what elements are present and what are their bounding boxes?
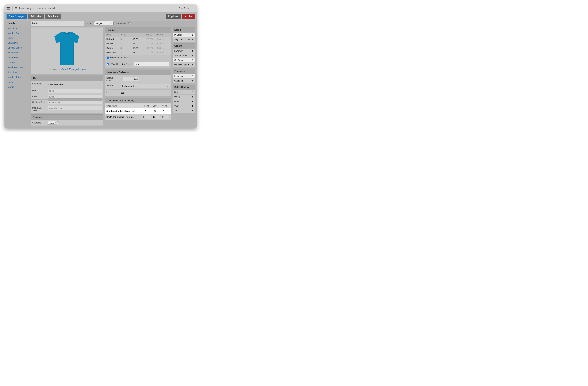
sidebar-item-special-orders[interactable]: Special Orders bbox=[6, 45, 29, 50]
id-key: EAN bbox=[31, 94, 47, 99]
topbar: Inventory › Items › t-shirt 3 of 3 ‹ › bbox=[4, 4, 197, 12]
pricing-row: Montreal$13.00160.0%61.5% bbox=[105, 50, 171, 55]
sidebar-item-inventory[interactable]: Inventory bbox=[6, 26, 29, 31]
pricing-row: Online$12.00140.0%58.3% bbox=[105, 46, 171, 50]
ids-panel: IDs System ID210000000002UPCEANCustom SK… bbox=[31, 76, 103, 113]
sidebar: DetailsInventoryVendor IDsSalesLayawaysS… bbox=[6, 21, 29, 126]
id-input-manufact-sku[interactable] bbox=[48, 106, 102, 110]
image-panel: 1 Images View & Manage Images bbox=[31, 27, 103, 74]
stat-row[interactable]: Week6 bbox=[173, 94, 195, 99]
stat-row[interactable]: On Order1 bbox=[173, 58, 195, 62]
sidebar-item-graphs[interactable]: Graphs bbox=[6, 60, 29, 65]
sidebar-item-vendor-ids[interactable]: Vendor IDs bbox=[6, 31, 29, 36]
inventory-defaults-panel: Inventory Defaults Default Cost $ Vendor… bbox=[105, 70, 171, 96]
taxable-checkbox[interactable] bbox=[107, 63, 109, 65]
orders-panel: Orders Layaway0Special Order0On Order1Pe… bbox=[173, 43, 195, 67]
breadcrumb-mid[interactable]: Items bbox=[36, 6, 43, 10]
vendor-id-label: ID bbox=[105, 89, 120, 96]
sidebar-item-customers[interactable]: Customers bbox=[6, 55, 29, 60]
save-button[interactable]: Save Changes bbox=[6, 14, 27, 19]
breadcrumb-current: t-shirt bbox=[47, 6, 55, 10]
sidebar-item-purchase-orders[interactable]: Purchase Orders bbox=[6, 65, 29, 70]
default-cost-currency: $ bbox=[121, 78, 122, 80]
action-bar: Save Changes Add Label Print Label Dupli… bbox=[4, 12, 197, 21]
duplicate-button[interactable]: Duplicate bbox=[166, 14, 181, 19]
pager-next-icon: › bbox=[191, 6, 195, 10]
stat-row[interactable]: In Stock-1 bbox=[173, 33, 195, 37]
col-need: Need bbox=[162, 105, 169, 107]
print-label-button[interactable]: Print Label bbox=[45, 14, 62, 19]
stat-row[interactable]: Layaway0 bbox=[173, 48, 195, 53]
col-level: Level bbox=[153, 105, 162, 107]
default-cost-input[interactable] bbox=[123, 77, 139, 81]
product-image bbox=[51, 31, 82, 66]
stat-row[interactable]: Day1 bbox=[173, 90, 195, 94]
manage-images-link[interactable]: View & Manage Images bbox=[61, 68, 86, 71]
stat-row[interactable]: All6 bbox=[173, 108, 195, 113]
type-select[interactable]: Single bbox=[94, 21, 113, 25]
sidebar-item-details[interactable]: Details bbox=[6, 21, 29, 26]
reorder-panel: Automatic Re-Ordering Shop Name Point Le… bbox=[105, 98, 171, 120]
id-input-custom-sku[interactable] bbox=[48, 101, 102, 104]
vendor-id-value: 1234 bbox=[121, 90, 170, 95]
col-margin: MARGIN bbox=[153, 34, 164, 36]
sidebar-item-history[interactable]: History bbox=[6, 80, 29, 85]
sidebar-item-merge[interactable]: Merge bbox=[6, 85, 29, 89]
discounts-checkbox[interactable] bbox=[107, 57, 109, 59]
discounts-label: Discounts Allowed bbox=[110, 56, 128, 59]
stock-title: Stock bbox=[173, 27, 195, 33]
hamburger-menu-icon[interactable] bbox=[6, 7, 10, 9]
stat-row[interactable]: Month6 bbox=[173, 99, 195, 104]
sidebar-item-workorders[interactable]: Workorders bbox=[6, 50, 29, 55]
category-label: Category bbox=[31, 120, 47, 126]
breadcrumb: Inventory › Items › t-shirt bbox=[19, 6, 55, 10]
reorder-row: Smith & Smith's - Montreal8 bbox=[105, 108, 171, 114]
stock-panel: Stock In Stock-1Avg. Cost$5.00 bbox=[173, 27, 195, 42]
sidebar-item-sales[interactable]: Sales bbox=[6, 36, 29, 40]
sidebar-item-layaways[interactable]: Layaways bbox=[6, 40, 29, 45]
archive-button[interactable]: Archive bbox=[182, 14, 195, 19]
tax-class-select[interactable]: Item bbox=[134, 62, 169, 66]
reorder-row: Smith and Smith's - Toronto5100 bbox=[105, 114, 171, 120]
col-point: Point bbox=[144, 105, 153, 107]
id-input-upc[interactable] bbox=[48, 89, 102, 93]
sales-history-title: Sales History bbox=[173, 85, 195, 90]
pricing-row: MSRP$11.00120.0%54.5% bbox=[105, 42, 171, 46]
taxable-label: Taxable bbox=[111, 63, 119, 65]
reorder-point-input[interactable] bbox=[144, 109, 151, 113]
sidebar-item-transfers[interactable]: Transfers bbox=[6, 70, 29, 75]
id-value: 210000000002 bbox=[48, 82, 102, 87]
item-name-input[interactable] bbox=[31, 21, 84, 26]
stat-row[interactable]: Pending Return0 bbox=[173, 62, 195, 67]
col-price: PRICE bbox=[121, 34, 138, 36]
stat-row[interactable]: Special Order0 bbox=[173, 53, 195, 58]
add-label-button[interactable]: Add Label bbox=[28, 14, 44, 19]
reorder-level-input[interactable] bbox=[153, 109, 160, 113]
serialized-checkbox[interactable] bbox=[128, 22, 130, 24]
module-icon[interactable] bbox=[15, 7, 17, 9]
category-select[interactable]: None bbox=[48, 121, 58, 125]
breadcrumb-root[interactable]: Inventory bbox=[19, 6, 31, 10]
sales-history-panel: Sales History Day1Week6Month6Year6All6 bbox=[173, 85, 195, 113]
vendor-select[interactable]: Lightspeed▾ bbox=[121, 84, 170, 88]
col-markup: MARKUP bbox=[138, 34, 153, 36]
id-input-ean[interactable] bbox=[48, 95, 102, 99]
col-name: NAME bbox=[106, 34, 121, 36]
type-label: Type bbox=[87, 22, 92, 25]
id-key: System ID bbox=[31, 81, 47, 88]
sidebar-item-vendor-returns[interactable]: Vendor Returns bbox=[6, 75, 29, 80]
pager-prev-icon[interactable]: ‹ bbox=[187, 6, 191, 10]
divider bbox=[12, 6, 13, 11]
id-key: Manufact. SKU bbox=[31, 105, 47, 113]
stat-row[interactable]: Outgoing0 bbox=[173, 78, 195, 83]
stat-row[interactable]: Incoming1 bbox=[173, 74, 195, 78]
tax-class-label: Tax Class bbox=[122, 63, 131, 65]
orders-title: Orders bbox=[173, 43, 195, 48]
transfers-title: Transfers bbox=[173, 69, 195, 74]
inv-defaults-title: Inventory Defaults bbox=[105, 70, 171, 75]
id-key: UPC bbox=[31, 88, 47, 94]
stat-row[interactable]: Avg. Cost$5.00 bbox=[173, 37, 195, 42]
pager-text: 3 of 3 bbox=[179, 7, 186, 10]
stat-row[interactable]: Year6 bbox=[173, 104, 195, 108]
vendor-label: Vendor bbox=[105, 83, 120, 89]
